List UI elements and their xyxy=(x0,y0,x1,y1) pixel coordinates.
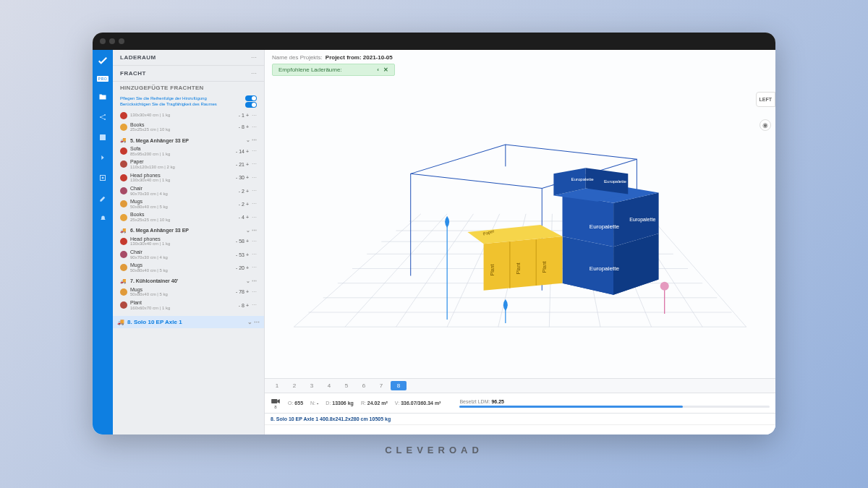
project-value: Project from: 2021-10-05 xyxy=(326,54,393,61)
cargo-item[interactable]: Mugs50x80x40 cm | 5 kg- 78 +⋯ xyxy=(116,286,261,299)
step-8[interactable]: 8 xyxy=(391,381,407,390)
cargo-item[interactable]: Books25x25x25 cm | 10 kg- 8 +⋯ xyxy=(116,121,261,134)
cargo-item[interactable]: Books25x25x25 cm | 10 kg- 4 +⋯ xyxy=(116,210,261,223)
marker-sphere-icon[interactable] xyxy=(660,282,669,291)
step-1[interactable]: 1 xyxy=(269,381,285,390)
more-icon[interactable]: ⋯ xyxy=(252,175,257,181)
quantity-stepper[interactable]: - 1 + xyxy=(227,113,249,118)
cargo-item[interactable]: Mugs50x80x40 cm | 5 kg- 20 +⋯ xyxy=(116,261,261,274)
stat-o-val: 655 xyxy=(294,401,303,406)
more-icon[interactable]: ⋯ xyxy=(252,124,257,130)
more-icon[interactable]: ⋯ xyxy=(252,188,257,194)
traffic-max[interactable] xyxy=(119,38,124,44)
marker-pin-icon[interactable] xyxy=(503,299,508,311)
more-icon[interactable]: ⋯ xyxy=(252,239,257,244)
stat-r-key: R: xyxy=(361,401,366,406)
app-window: PRO LADERAUM ⋯ FRACHT ⋯ HINZUGEFÜGTE FRA… xyxy=(93,33,775,435)
folder-icon[interactable] xyxy=(98,92,108,102)
vehicle-group-header[interactable]: 🚚6. Mega Anhänger 33 EP⌄ ⋯ xyxy=(116,224,261,235)
stat-r-val: 24.02 m² xyxy=(367,401,388,406)
step-7[interactable]: 7 xyxy=(373,381,389,390)
more-icon[interactable]: ⋯ xyxy=(251,54,257,61)
window-titlebar xyxy=(93,33,775,50)
cargo-item[interactable]: Head phones130x30x40 cm | 1 kg- 58 +⋯ xyxy=(116,235,261,248)
quantity-stepper[interactable]: - 8 + xyxy=(227,303,249,308)
color-swatch xyxy=(120,174,127,181)
bell-icon[interactable] xyxy=(98,213,108,223)
more-icon[interactable]: ⋯ xyxy=(251,70,257,77)
quantity-stepper[interactable]: - 14 + xyxy=(227,149,249,154)
quantity-stepper[interactable]: - 4 + xyxy=(227,215,249,220)
chevron-right-icon[interactable] xyxy=(98,153,108,163)
step-2[interactable]: 2 xyxy=(286,381,302,390)
hint-prev-icon[interactable]: ‹ xyxy=(377,67,379,73)
section-fracht-title: FRACHT xyxy=(120,70,146,77)
camera-badge[interactable]: 8 xyxy=(271,398,281,409)
3d-viewport[interactable]: LEFT ◉ xyxy=(265,79,775,378)
target-icon[interactable] xyxy=(98,173,108,183)
cargo-item[interactable]: Mugs50x80x40 cm | 5 kg- 2 +⋯ xyxy=(116,197,261,210)
toggle-block: Pflegen Sie die Reihenfolge der Hinzufüg… xyxy=(113,94,264,111)
quantity-stepper[interactable]: - 8 + xyxy=(227,124,249,129)
axle-info-bar[interactable]: 8. Solo 10 EP Axle 1 400.8x241.2x280 cm … xyxy=(265,413,775,424)
traffic-close[interactable] xyxy=(100,38,106,44)
quantity-stepper[interactable]: - 2 + xyxy=(227,202,249,207)
toggle2-switch[interactable] xyxy=(245,102,257,108)
quantity-stepper[interactable]: - 78 + xyxy=(227,289,249,294)
color-swatch xyxy=(120,160,127,168)
app-logo[interactable] xyxy=(95,54,110,69)
toggle1-switch[interactable] xyxy=(245,95,257,101)
quantity-stepper[interactable]: - 21 + xyxy=(227,162,249,167)
quantity-stepper[interactable]: - 20 + xyxy=(227,265,249,270)
traffic-min[interactable] xyxy=(109,38,115,44)
project-label: Name des Projekts: xyxy=(272,54,323,61)
more-icon[interactable]: ⋯ xyxy=(252,215,257,221)
section-laderaum-title: LADERAUM xyxy=(120,54,156,61)
cargo-item[interactable]: Chair90x70x30 cm | 4 kg- 2 +⋯ xyxy=(116,184,261,197)
more-icon[interactable]: ⋯ xyxy=(252,265,257,270)
cargo-item[interactable]: Paper110x120x130 cm | 2 kg- 21 +⋯ xyxy=(116,158,261,171)
quantity-stepper[interactable]: - 30 + xyxy=(227,175,249,180)
marker-pin-icon[interactable] xyxy=(445,216,449,228)
edit-icon[interactable] xyxy=(98,193,108,203)
cargo-item[interactable]: Sofa85x95x200 cm | 1 kg- 14 +⋯ xyxy=(116,145,261,158)
more-icon[interactable]: ⋯ xyxy=(252,113,257,119)
quantity-stepper[interactable]: - 58 + xyxy=(227,239,249,244)
section-laderaum[interactable]: LADERAUM ⋯ xyxy=(113,50,264,66)
cargo-item[interactable]: 130x30x40 cm | 1 kg- 1 +⋯ xyxy=(116,111,261,121)
box-label: Plant xyxy=(490,264,495,275)
quantity-stepper[interactable]: - 2 + xyxy=(227,189,249,194)
footer-spacer xyxy=(265,424,775,435)
more-icon[interactable]: ⋯ xyxy=(252,289,257,295)
cargo-item[interactable]: Head phones130x30x40 cm | 1 kg- 30 +⋯ xyxy=(116,171,261,184)
step-3[interactable]: 3 xyxy=(304,381,320,390)
color-swatch xyxy=(120,200,127,207)
cargo-item[interactable]: Chair90x70x30 cm | 4 kg- 53 +⋯ xyxy=(116,248,261,261)
step-5[interactable]: 5 xyxy=(339,381,354,390)
step-4[interactable]: 4 xyxy=(321,381,337,390)
recommendation-pill: Empfohlene Laderäume: ‹✕ xyxy=(272,64,395,76)
hint-close-icon[interactable]: ✕ xyxy=(383,67,388,73)
more-icon[interactable]: ⋯ xyxy=(252,201,257,207)
more-icon[interactable]: ⋯ xyxy=(252,161,257,167)
ldm-progress xyxy=(459,406,770,408)
vehicle-group-header[interactable]: 🚚5. Mega Anhänger 33 EP⌄ ⋯ xyxy=(116,134,261,145)
quantity-stepper[interactable]: - 53 + xyxy=(227,252,249,257)
vehicle-group-header[interactable]: 🚚7. Kühlcontainer 40'⌄ ⋯ xyxy=(116,275,261,286)
view-left-button[interactable]: LEFT xyxy=(756,92,776,107)
section-fracht[interactable]: FRACHT ⋯ xyxy=(113,66,264,82)
cargo-item[interactable]: Plant160x60x70 cm | 1 kg- 8 +⋯ xyxy=(116,299,261,312)
more-icon[interactable]: ⋯ xyxy=(252,252,257,257)
more-icon[interactable]: ⋯ xyxy=(252,302,257,308)
share-icon[interactable] xyxy=(98,112,108,122)
visibility-toggle-icon[interactable]: ◉ xyxy=(760,119,771,131)
yellow-box-front[interactable] xyxy=(484,236,563,291)
step-6[interactable]: 6 xyxy=(356,381,372,390)
svg-line-15 xyxy=(294,214,420,327)
logo-pro-badge: PRO xyxy=(97,76,109,82)
template-icon[interactable] xyxy=(98,132,108,142)
more-icon[interactable]: ⋯ xyxy=(252,148,257,154)
stat-v-key: V: xyxy=(395,401,399,406)
selected-vehicle-row[interactable]: 🚚 8. Solo 10 EP Axle 1 ⌄ ⋯ xyxy=(113,316,264,328)
ldm-value: 96.25 xyxy=(491,399,504,404)
